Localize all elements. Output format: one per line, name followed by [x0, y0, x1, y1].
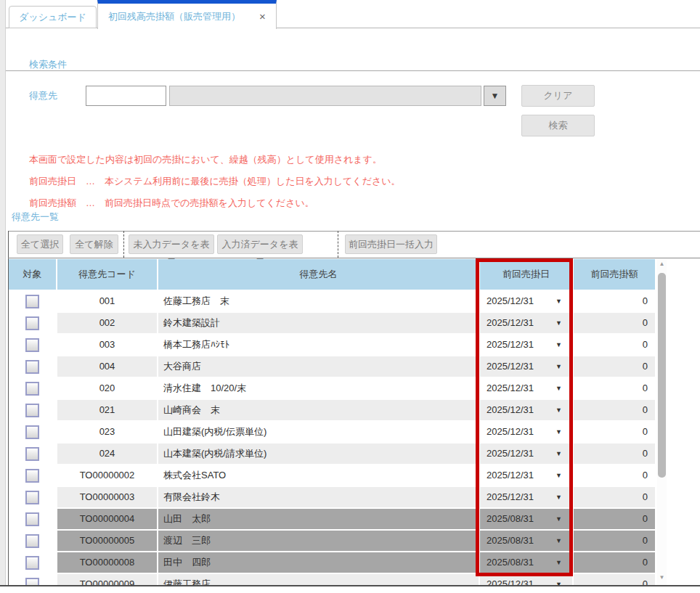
last-sale-amount-cell[interactable]: 0	[574, 531, 655, 551]
row-checkbox[interactable]	[25, 556, 39, 570]
last-sale-date-cell[interactable]: 2025/12/31 ▼	[480, 422, 572, 442]
select-all-button[interactable]: 全て選択	[17, 234, 63, 254]
date-dropdown-icon[interactable]: ▼	[555, 422, 562, 442]
date-dropdown-icon[interactable]: ▼	[555, 574, 562, 585]
tab-dashboard[interactable]: ダッシュボード	[9, 6, 97, 28]
customer-name-cell: 株式会社SATO	[158, 465, 479, 486]
table-row: TO00000005 渡辺 三郎 2025/08/31 ▼ 0	[9, 531, 655, 551]
last-sale-date-cell[interactable]: 2025/12/31 ▼	[480, 574, 572, 585]
customer-name-cell: 山崎商会 末	[158, 400, 479, 420]
search-button[interactable]: 検索	[521, 115, 595, 136]
deselect-all-button[interactable]: 全て解除	[70, 234, 118, 254]
last-sale-date-value: 2025/12/31	[487, 383, 534, 393]
last-sale-amount-cell[interactable]: 0	[574, 313, 655, 333]
last-sale-amount-cell[interactable]: 0	[574, 335, 655, 355]
row-select-cell	[9, 400, 56, 420]
last-sale-amount-cell[interactable]: 0	[574, 509, 655, 529]
tab-initial-balance[interactable]: 初回残高売掛額（販売管理用） ×	[97, 0, 277, 29]
last-sale-date-cell[interactable]: 2025/12/31 ▼	[480, 400, 572, 420]
last-sale-amount-cell[interactable]: 0	[574, 487, 655, 507]
row-select-cell	[9, 509, 56, 529]
row-checkbox[interactable]	[25, 491, 39, 504]
scroll-down-icon[interactable]: ▼	[657, 574, 667, 581]
date-dropdown-icon[interactable]: ▼	[555, 531, 562, 551]
date-dropdown-icon[interactable]: ▼	[555, 465, 562, 486]
last-sale-amount-cell[interactable]: 0	[574, 574, 655, 585]
last-sale-date-value: 2025/12/31	[487, 339, 534, 350]
row-checkbox[interactable]	[25, 360, 39, 374]
date-dropdown-icon[interactable]: ▼	[555, 378, 562, 398]
date-dropdown-icon[interactable]: ▼	[555, 356, 562, 377]
row-checkbox[interactable]	[25, 425, 39, 439]
vertical-scrollbar[interactable]: ▲ ▼	[657, 259, 667, 585]
last-sale-date-cell[interactable]: 2025/08/31 ▼	[480, 531, 572, 551]
last-sale-amount-cell[interactable]: 0	[574, 552, 655, 573]
row-checkbox[interactable]	[25, 295, 39, 308]
table-row: TO00000002 株式会社SATO 2025/12/31 ▼ 0	[9, 465, 655, 486]
date-dropdown-icon[interactable]: ▼	[555, 487, 562, 507]
row-checkbox[interactable]	[25, 512, 39, 526]
grid-top-border	[8, 231, 700, 232]
row-checkbox[interactable]	[25, 469, 39, 483]
row-select-cell	[9, 574, 56, 585]
row-checkbox[interactable]	[25, 578, 39, 586]
last-sale-amount-cell[interactable]: 0	[574, 443, 655, 464]
close-tab-icon[interactable]: ×	[259, 10, 266, 23]
date-dropdown-icon[interactable]: ▼	[555, 400, 562, 420]
last-sale-date-cell[interactable]: 2025/12/31 ▼	[480, 356, 572, 377]
customer-code-cell: TO00000004	[57, 509, 157, 529]
date-dropdown-icon[interactable]: ▼	[555, 313, 562, 333]
last-sale-amount-cell[interactable]: 0	[574, 291, 655, 311]
collapsed-sidebar-strip[interactable]	[0, 0, 6, 586]
row-select-cell	[9, 313, 56, 333]
last-sale-date-cell[interactable]: 2025/12/31 ▼	[480, 465, 572, 486]
last-sale-date-cell[interactable]: 2025/08/31 ▼	[480, 509, 572, 529]
scrollbar-thumb[interactable]	[658, 273, 666, 478]
last-sale-date-cell[interactable]: 2025/12/31 ▼	[480, 313, 572, 333]
bulk-input-date-button[interactable]: 前回売掛日一括入力	[345, 234, 437, 254]
last-sale-date-cell[interactable]: 2025/12/31 ▼	[480, 443, 572, 464]
customer-name-cell: 伊藤工務店	[158, 574, 479, 585]
date-dropdown-icon[interactable]: ▼	[555, 335, 562, 355]
customer-name-cell: 清水住建 10/20/末	[158, 378, 479, 398]
customer-code-cell: 001	[57, 291, 157, 311]
row-checkbox[interactable]	[25, 404, 39, 417]
table-row: 002 鈴木建築設計 2025/12/31 ▼ 0	[9, 313, 655, 333]
scroll-up-icon[interactable]: ▲	[657, 261, 667, 267]
customer-name-cell: 鈴木建築設計	[158, 313, 479, 333]
column-header-last-sale-date[interactable]: 前回売掛日	[480, 259, 572, 290]
customer-dropdown-button[interactable]: ▼	[484, 86, 506, 106]
last-sale-amount-cell[interactable]: 0	[574, 378, 655, 398]
last-sale-date-cell[interactable]: 2025/12/31 ▼	[480, 335, 572, 355]
column-header-customer-name[interactable]: 得意先名	[158, 259, 479, 290]
last-sale-date-value: 2025/12/31	[487, 404, 534, 415]
tab-initial-balance-label: 初回残高売掛額（販売管理用）	[108, 10, 240, 23]
customer-name-cell: 山本建築(内税/請求単位)	[158, 443, 479, 464]
clear-button[interactable]: クリア	[521, 85, 595, 107]
last-sale-amount-cell[interactable]: 0	[574, 356, 655, 377]
row-checkbox[interactable]	[25, 338, 39, 352]
last-sale-date-cell[interactable]: 2025/08/31 ▼	[480, 552, 572, 573]
customer-code-cell: 023	[57, 422, 157, 442]
last-sale-amount-cell[interactable]: 0	[574, 465, 655, 486]
last-sale-date-value: 2025/08/31	[487, 557, 534, 568]
column-header-target[interactable]: 対象	[9, 259, 56, 290]
row-checkbox[interactable]	[25, 534, 39, 548]
row-checkbox[interactable]	[25, 447, 39, 461]
date-dropdown-icon[interactable]: ▼	[555, 509, 562, 529]
date-dropdown-icon[interactable]: ▼	[555, 291, 562, 311]
show-entered-data-button[interactable]: 入力済データを表示	[217, 234, 303, 254]
last-sale-amount-cell[interactable]: 0	[574, 400, 655, 420]
last-sale-date-cell[interactable]: 2025/12/31 ▼	[480, 487, 572, 507]
last-sale-date-cell[interactable]: 2025/12/31 ▼	[480, 291, 572, 311]
date-dropdown-icon[interactable]: ▼	[555, 552, 562, 573]
last-sale-date-cell[interactable]: 2025/12/31 ▼	[480, 378, 572, 398]
customer-code-input[interactable]	[86, 86, 166, 106]
row-checkbox[interactable]	[25, 316, 39, 330]
column-header-customer-code[interactable]: 得意先コード	[57, 259, 157, 290]
show-unentered-data-button[interactable]: 未入力データを表示	[129, 234, 214, 254]
column-header-last-sale-amount[interactable]: 前回売掛額	[574, 259, 655, 290]
last-sale-amount-cell[interactable]: 0	[574, 422, 655, 442]
date-dropdown-icon[interactable]: ▼	[555, 443, 562, 464]
row-checkbox[interactable]	[25, 382, 39, 396]
